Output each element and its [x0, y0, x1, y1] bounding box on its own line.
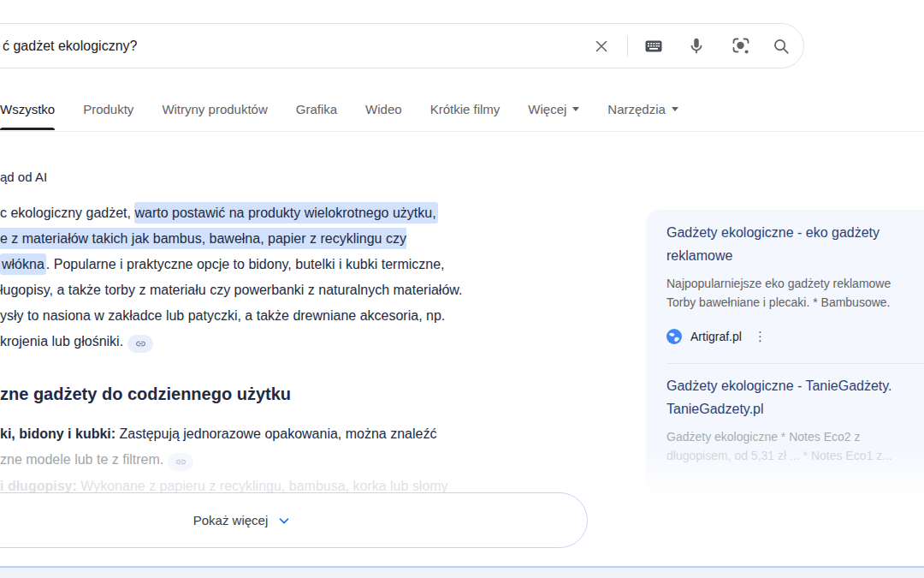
- text-line-faded: zne modele lub te z filtrem.: [0, 447, 436, 473]
- text-line: e z materiałów takich jak bambus, bawełn…: [0, 226, 462, 252]
- tab-label: Narzędzia: [607, 102, 666, 116]
- source-link-icon[interactable]: [127, 335, 153, 353]
- tab-krotkie-filmy[interactable]: Krótkie filmy: [430, 88, 500, 130]
- tab-label: Witryny produktów: [162, 102, 267, 116]
- sidebar-link-card: Gadżety ekologiczne - eko gadżety reklam…: [646, 210, 924, 497]
- show-more-button[interactable]: Pokaż więcej: [0, 492, 588, 548]
- tabs-divider: [0, 131, 924, 132]
- highlighted-text: włókna: [0, 253, 46, 275]
- tab-narzedzia[interactable]: Narzędzia: [607, 88, 678, 130]
- show-more-label: Pokaż więcej: [193, 513, 269, 527]
- keyboard-icon[interactable]: [643, 36, 664, 57]
- search-results-page: ć gadżet ekologiczny?: [0, 0, 924, 578]
- search-input[interactable]: ć gadżet ekologiczny?: [3, 24, 137, 68]
- tab-grafika[interactable]: Grafika: [296, 88, 337, 130]
- tab-label: Krótkie filmy: [430, 102, 500, 116]
- text-line: ysły to nasiona w zakładce lub patyczki,…: [0, 303, 462, 329]
- clear-icon[interactable]: [591, 36, 612, 57]
- text-line: ki, bidony i kubki: Zastępują jednorazow…: [0, 421, 436, 447]
- search-bar-divider: [627, 36, 628, 57]
- tab-label: Więcej: [528, 102, 566, 116]
- tab-label: Wideo: [365, 102, 402, 116]
- ai-list-paragraph: ki, bidony i kubki: Zastępują jednorazow…: [0, 421, 436, 473]
- sidebar-result-title[interactable]: Gadżety ekologiczne - eko gadżety reklam…: [666, 221, 924, 267]
- ai-overview-label: ąd od AI: [0, 170, 47, 184]
- sidebar-result-snippet: Najpopularniejsze eko gadżety reklamowe …: [666, 274, 924, 312]
- microphone-icon[interactable]: [686, 36, 707, 57]
- tab-witryny-produktow[interactable]: Witryny produktów: [162, 88, 267, 130]
- source-link-icon[interactable]: [168, 453, 193, 471]
- chevron-down-icon: [276, 513, 292, 528]
- source-row: Artigraf.pl ⋮: [666, 329, 924, 344]
- chevron-down-icon: [572, 107, 579, 111]
- text-line: krojenia lub głośniki.: [0, 329, 462, 355]
- tab-wideo[interactable]: Wideo: [365, 88, 402, 130]
- globe-favicon: [666, 329, 682, 344]
- tab-label: Wszystko: [0, 102, 55, 116]
- tab-label: Produkty: [83, 102, 133, 116]
- ai-overview-paragraph: c ekologiczny gadżet, warto postawić na …: [0, 200, 462, 355]
- ai-section-heading: zne gadżety do codziennego użytku: [0, 382, 291, 406]
- text-line: c ekologiczny gadżet, warto postawić na …: [0, 200, 462, 226]
- highlighted-text: e z materiałów takich jak bambus, bawełn…: [0, 228, 406, 249]
- page-background-strip: [0, 568, 924, 578]
- result-tabs: Wszystko Produkty Witryny produktów Graf…: [0, 88, 678, 130]
- text-line: włókna. Popularne i praktyczne opcje to …: [0, 252, 462, 277]
- lens-icon[interactable]: [731, 36, 751, 57]
- tab-wiecej[interactable]: Więcej: [528, 88, 579, 130]
- tab-produkty[interactable]: Produkty: [83, 88, 133, 130]
- source-name[interactable]: Artigraf.pl: [690, 330, 742, 343]
- card-divider: [666, 363, 924, 364]
- search-icon[interactable]: [771, 36, 791, 57]
- search-bar[interactable]: ć gadżet ekologiczny?: [0, 23, 804, 69]
- sidebar-result-title[interactable]: Gadżety ekologiczne - TanieGadżety. Tani…: [666, 374, 924, 420]
- sidebar-result-snippet: Gadżety ekologiczne * Notes Eco2 z długo…: [666, 427, 924, 465]
- text-line: ługopisy, a także torby z materiału czy …: [0, 277, 462, 303]
- tab-label: Grafika: [296, 102, 337, 116]
- more-options-icon[interactable]: ⋮: [754, 331, 767, 343]
- chevron-down-icon: [672, 107, 678, 111]
- tab-wszystko[interactable]: Wszystko: [0, 88, 55, 130]
- highlighted-text: warto postawić na produkty wielokrotnego…: [134, 202, 437, 223]
